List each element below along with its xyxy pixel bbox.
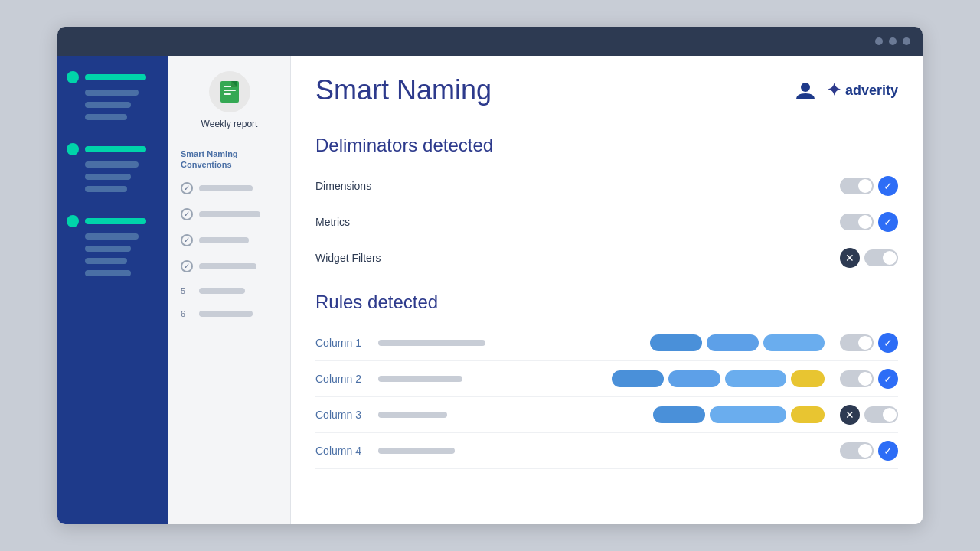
nav-item-4[interactable]: ✓ <box>181 258 278 275</box>
toggle-knob-metrics <box>858 215 872 229</box>
sidebar-sub-8[interactable] <box>67 246 159 252</box>
col1-tag-1 <box>650 334 702 351</box>
toggle-check-dimensions[interactable]: ✓ <box>878 176 898 196</box>
adverity-logo: ✦ adverity <box>827 80 898 100</box>
delimiter-row-widget-filters: Widget Filters ✕ <box>315 240 898 276</box>
col1-label: Column 1 <box>315 337 369 349</box>
col2-tag-3 <box>725 370 786 387</box>
col2-toggle-knob <box>858 372 872 386</box>
col2-tag-2 <box>668 370 720 387</box>
sidebar-section-1 <box>67 71 159 120</box>
delimiter-label-dimensions: Dimensions <box>315 180 840 192</box>
col3-tag-3 <box>791 406 825 423</box>
sidebar-active-bar-3 <box>85 218 146 224</box>
toggle-x-widget-filters[interactable]: ✕ <box>840 248 860 268</box>
delimiter-label-widget-filters: Widget Filters <box>315 252 840 264</box>
delimiter-label-metrics: Metrics <box>315 216 840 228</box>
user-icon[interactable] <box>793 78 818 103</box>
col4-label: Column 4 <box>315 445 369 457</box>
col3-bar <box>378 412 447 418</box>
col3-toggle[interactable] <box>864 406 898 423</box>
dot-1 <box>875 37 883 45</box>
col1-toggle[interactable] <box>840 334 874 351</box>
toggle-container-dimensions: ✓ <box>840 176 898 196</box>
toggle-knob-dimensions <box>858 179 872 193</box>
col2-label: Column 2 <box>315 373 369 385</box>
section1-heading: Deliminators detected <box>315 135 898 156</box>
nav-check-4: ✓ <box>181 260 193 272</box>
main-content: Smart Naming ✦ adverity <box>291 56 923 524</box>
nav-item-3[interactable]: ✓ <box>181 232 278 249</box>
report-label: Weekly report <box>201 119 258 129</box>
toggle-check-metrics[interactable]: ✓ <box>878 212 898 232</box>
report-icon-container: Weekly report <box>181 71 278 139</box>
title-divider <box>315 119 898 119</box>
toggle-widget-filters[interactable] <box>864 249 898 266</box>
col1-tag-3 <box>763 334 825 351</box>
section2-heading: Rules detected <box>315 292 898 313</box>
sidebar-sub-7[interactable] <box>67 233 159 240</box>
svg-rect-2 <box>224 90 236 91</box>
col2-toggle[interactable] <box>840 370 874 387</box>
sidebar-sub-3[interactable] <box>67 114 159 120</box>
sidebar-sub-2[interactable] <box>67 102 159 108</box>
content-area: Weekly report Smart Naming Conventions ✓… <box>168 56 923 524</box>
col1-toggle-check[interactable]: ✓ <box>878 333 898 353</box>
toggle-metrics[interactable] <box>840 214 874 230</box>
col4-toggle-check[interactable]: ✓ <box>878 441 898 461</box>
nav-bar-1 <box>199 185 253 191</box>
sidebar-section-2 <box>67 143 159 192</box>
top-right: ✦ adverity <box>793 78 898 103</box>
nav-bar-4 <box>199 263 256 269</box>
nav-bar-2 <box>199 211 260 217</box>
rules-row-col4: Column 4 ✓ <box>315 433 898 469</box>
nav-item-1[interactable]: ✓ <box>181 180 278 197</box>
col1-toggle-container: ✓ <box>840 333 898 353</box>
col3-toggle-container: ✕ <box>840 405 898 425</box>
top-bar: Smart Naming ✦ adverity <box>315 74 898 106</box>
delimiter-row-metrics: Metrics ✓ <box>315 204 898 240</box>
svg-point-5 <box>801 83 810 92</box>
nav-item-6[interactable]: 6 <box>181 307 278 321</box>
main-sidebar <box>57 56 168 524</box>
sidebar-sub-bar-8 <box>85 246 131 252</box>
page-title: Smart Naming <box>315 74 492 106</box>
nav-section-label: Smart Naming Conventions <box>181 148 278 171</box>
sidebar-sub-5[interactable] <box>67 174 159 180</box>
sidebar-sub-1[interactable] <box>67 90 159 96</box>
sidebar-active-bar-1 <box>85 74 146 80</box>
adverity-logo-text: adverity <box>845 83 898 99</box>
col3-label: Column 3 <box>315 409 369 421</box>
sidebar-sub-bar-1 <box>85 90 139 96</box>
col2-toggle-container: ✓ <box>840 369 898 389</box>
sidebar-dot-2 <box>67 143 79 155</box>
col4-toggle[interactable] <box>840 442 874 459</box>
col3-toggle-x[interactable]: ✕ <box>840 405 860 425</box>
nav-item-2[interactable]: ✓ <box>181 206 278 223</box>
sidebar-item-row-2[interactable] <box>67 143 159 155</box>
nav-bar-3 <box>199 237 249 243</box>
sidebar-sub-9[interactable] <box>67 258 159 264</box>
nav-item-5[interactable]: 5 <box>181 284 278 298</box>
secondary-sidebar: Weekly report Smart Naming Conventions ✓… <box>168 56 291 524</box>
nav-check-2: ✓ <box>181 208 193 220</box>
sidebar-item-row-3[interactable] <box>67 215 159 227</box>
col2-toggle-check[interactable]: ✓ <box>878 369 898 389</box>
toggle-knob-widget-filters <box>883 251 897 265</box>
sidebar-sub-bar-7 <box>85 233 139 240</box>
sidebar-sub-10[interactable] <box>67 270 159 276</box>
col3-tag-1 <box>653 406 705 423</box>
delimiter-row-dimensions: Dimensions ✓ <box>315 168 898 204</box>
sidebar-sub-bar-4 <box>85 161 139 168</box>
sidebar-sub-bar-9 <box>85 258 127 264</box>
sidebar-item-row-1[interactable] <box>67 71 159 83</box>
sidebar-sub-4[interactable] <box>67 161 159 168</box>
report-icon[interactable] <box>209 71 250 112</box>
col1-tag-2 <box>707 334 759 351</box>
toggle-dimensions[interactable] <box>840 178 874 194</box>
sidebar-sub-6[interactable] <box>67 186 159 192</box>
rules-row-col2: Column 2 ✓ <box>315 361 898 397</box>
col2-tag-4 <box>791 370 825 387</box>
dot-2 <box>889 37 897 45</box>
col2-tags <box>472 370 825 387</box>
